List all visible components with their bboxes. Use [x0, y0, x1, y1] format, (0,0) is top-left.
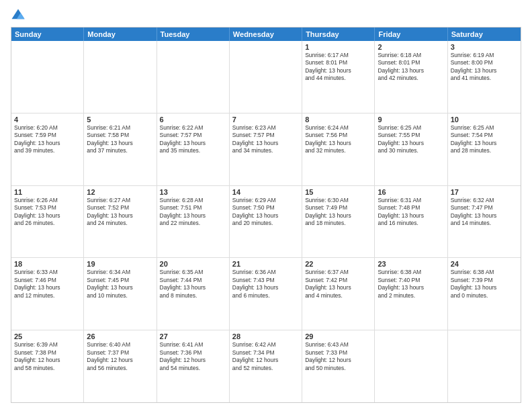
calendar-cell: 20Sunrise: 6:35 AM Sunset: 7:44 PM Dayli…	[157, 258, 230, 330]
calendar-cell: 15Sunrise: 6:30 AM Sunset: 7:49 PM Dayli…	[302, 186, 375, 258]
day-number: 9	[378, 116, 444, 124]
cell-info: Sunrise: 6:29 AM Sunset: 7:50 PM Dayligh…	[232, 197, 299, 228]
cell-info: Sunrise: 6:37 AM Sunset: 7:42 PM Dayligh…	[305, 269, 371, 300]
day-number: 16	[378, 188, 444, 196]
calendar-cell: 17Sunrise: 6:32 AM Sunset: 7:47 PM Dayli…	[448, 186, 521, 258]
header-cell-saturday: Saturday	[448, 28, 521, 41]
calendar-cell: 18Sunrise: 6:33 AM Sunset: 7:46 PM Dayli…	[11, 258, 84, 330]
cell-info: Sunrise: 6:28 AM Sunset: 7:51 PM Dayligh…	[160, 197, 226, 228]
cell-info: Sunrise: 6:27 AM Sunset: 7:52 PM Dayligh…	[87, 197, 153, 228]
header-cell-monday: Monday	[84, 28, 157, 41]
calendar-cell: 5Sunrise: 6:21 AM Sunset: 7:58 PM Daylig…	[84, 113, 157, 185]
calendar-cell	[448, 330, 521, 402]
day-number: 19	[87, 260, 153, 268]
day-number: 3	[451, 43, 518, 51]
day-number: 2	[378, 43, 444, 51]
calendar-cell: 1Sunrise: 6:17 AM Sunset: 8:01 PM Daylig…	[302, 41, 375, 113]
calendar-cell: 16Sunrise: 6:31 AM Sunset: 7:48 PM Dayli…	[375, 186, 447, 258]
header-cell-sunday: Sunday	[11, 28, 84, 41]
cell-info: Sunrise: 6:31 AM Sunset: 7:48 PM Dayligh…	[378, 197, 444, 228]
calendar-cell	[84, 41, 157, 113]
calendar-cell	[230, 41, 302, 113]
day-number: 15	[305, 188, 371, 196]
cell-info: Sunrise: 6:38 AM Sunset: 7:39 PM Dayligh…	[451, 269, 518, 300]
calendar-cell: 13Sunrise: 6:28 AM Sunset: 7:51 PM Dayli…	[157, 186, 230, 258]
day-number: 4	[14, 116, 81, 124]
calendar-cell: 8Sunrise: 6:24 AM Sunset: 7:56 PM Daylig…	[302, 113, 375, 185]
cell-info: Sunrise: 6:33 AM Sunset: 7:46 PM Dayligh…	[14, 269, 81, 300]
calendar-cell	[11, 41, 84, 113]
calendar-row-4: 18Sunrise: 6:33 AM Sunset: 7:46 PM Dayli…	[11, 258, 521, 330]
calendar-row-3: 11Sunrise: 6:26 AM Sunset: 7:53 PM Dayli…	[11, 186, 521, 259]
cell-info: Sunrise: 6:21 AM Sunset: 7:58 PM Dayligh…	[87, 124, 153, 155]
calendar-row-2: 4Sunrise: 6:20 AM Sunset: 7:59 PM Daylig…	[11, 113, 521, 186]
day-number: 20	[160, 260, 226, 268]
cell-info: Sunrise: 6:30 AM Sunset: 7:49 PM Dayligh…	[305, 197, 371, 228]
cell-info: Sunrise: 6:34 AM Sunset: 7:45 PM Dayligh…	[87, 269, 153, 300]
logo-icon	[11, 8, 26, 23]
cell-info: Sunrise: 6:25 AM Sunset: 7:54 PM Dayligh…	[451, 124, 518, 155]
cell-info: Sunrise: 6:38 AM Sunset: 7:40 PM Dayligh…	[378, 269, 444, 300]
page: SundayMondayTuesdayWednesdayThursdayFrid…	[0, 0, 532, 411]
header	[11, 8, 521, 23]
calendar-cell: 9Sunrise: 6:25 AM Sunset: 7:55 PM Daylig…	[375, 113, 447, 185]
calendar-cell: 11Sunrise: 6:26 AM Sunset: 7:53 PM Dayli…	[11, 186, 84, 258]
calendar-cell: 4Sunrise: 6:20 AM Sunset: 7:59 PM Daylig…	[11, 113, 84, 185]
cell-info: Sunrise: 6:32 AM Sunset: 7:47 PM Dayligh…	[451, 197, 518, 228]
cell-info: Sunrise: 6:24 AM Sunset: 7:56 PM Dayligh…	[305, 124, 371, 155]
cell-info: Sunrise: 6:25 AM Sunset: 7:55 PM Dayligh…	[378, 124, 444, 155]
day-number: 6	[160, 116, 226, 124]
header-cell-wednesday: Wednesday	[230, 28, 302, 41]
calendar-row-1: 1Sunrise: 6:17 AM Sunset: 8:01 PM Daylig…	[11, 41, 521, 113]
calendar: SundayMondayTuesdayWednesdayThursdayFrid…	[11, 27, 521, 403]
calendar-cell: 14Sunrise: 6:29 AM Sunset: 7:50 PM Dayli…	[230, 186, 302, 258]
calendar-cell: 22Sunrise: 6:37 AM Sunset: 7:42 PM Dayli…	[302, 258, 375, 330]
day-number: 25	[14, 332, 81, 340]
cell-info: Sunrise: 6:18 AM Sunset: 8:01 PM Dayligh…	[378, 52, 444, 83]
day-number: 29	[305, 332, 371, 340]
calendar-cell: 28Sunrise: 6:42 AM Sunset: 7:34 PM Dayli…	[230, 330, 302, 402]
calendar-cell: 19Sunrise: 6:34 AM Sunset: 7:45 PM Dayli…	[84, 258, 157, 330]
cell-info: Sunrise: 6:40 AM Sunset: 7:37 PM Dayligh…	[87, 341, 153, 372]
calendar-body: 1Sunrise: 6:17 AM Sunset: 8:01 PM Daylig…	[11, 41, 521, 402]
calendar-cell: 21Sunrise: 6:36 AM Sunset: 7:43 PM Dayli…	[230, 258, 302, 330]
cell-info: Sunrise: 6:22 AM Sunset: 7:57 PM Dayligh…	[160, 124, 226, 155]
day-number: 18	[14, 260, 81, 268]
calendar-cell: 3Sunrise: 6:19 AM Sunset: 8:00 PM Daylig…	[448, 41, 521, 113]
day-number: 10	[451, 116, 518, 124]
calendar-cell: 26Sunrise: 6:40 AM Sunset: 7:37 PM Dayli…	[84, 330, 157, 402]
cell-info: Sunrise: 6:23 AM Sunset: 7:57 PM Dayligh…	[232, 124, 299, 155]
calendar-header: SundayMondayTuesdayWednesdayThursdayFrid…	[11, 28, 521, 41]
calendar-cell: 6Sunrise: 6:22 AM Sunset: 7:57 PM Daylig…	[157, 113, 230, 185]
logo	[11, 8, 28, 23]
day-number: 28	[232, 332, 299, 340]
day-number: 11	[14, 188, 81, 196]
calendar-cell: 27Sunrise: 6:41 AM Sunset: 7:36 PM Dayli…	[157, 330, 230, 402]
calendar-cell: 25Sunrise: 6:39 AM Sunset: 7:38 PM Dayli…	[11, 330, 84, 402]
header-cell-friday: Friday	[375, 28, 447, 41]
calendar-row-5: 25Sunrise: 6:39 AM Sunset: 7:38 PM Dayli…	[11, 330, 521, 402]
cell-info: Sunrise: 6:39 AM Sunset: 7:38 PM Dayligh…	[14, 341, 81, 372]
day-number: 1	[305, 43, 371, 51]
cell-info: Sunrise: 6:20 AM Sunset: 7:59 PM Dayligh…	[14, 124, 81, 155]
cell-info: Sunrise: 6:41 AM Sunset: 7:36 PM Dayligh…	[160, 341, 226, 372]
day-number: 8	[305, 116, 371, 124]
calendar-cell: 12Sunrise: 6:27 AM Sunset: 7:52 PM Dayli…	[84, 186, 157, 258]
cell-info: Sunrise: 6:26 AM Sunset: 7:53 PM Dayligh…	[14, 197, 81, 228]
calendar-cell	[157, 41, 230, 113]
day-number: 22	[305, 260, 371, 268]
calendar-cell: 2Sunrise: 6:18 AM Sunset: 8:01 PM Daylig…	[375, 41, 447, 113]
day-number: 27	[160, 332, 226, 340]
day-number: 13	[160, 188, 226, 196]
day-number: 23	[378, 260, 444, 268]
day-number: 5	[87, 116, 153, 124]
calendar-cell: 10Sunrise: 6:25 AM Sunset: 7:54 PM Dayli…	[448, 113, 521, 185]
calendar-cell: 7Sunrise: 6:23 AM Sunset: 7:57 PM Daylig…	[230, 113, 302, 185]
day-number: 14	[232, 188, 299, 196]
cell-info: Sunrise: 6:43 AM Sunset: 7:33 PM Dayligh…	[305, 341, 371, 372]
cell-info: Sunrise: 6:19 AM Sunset: 8:00 PM Dayligh…	[451, 52, 518, 83]
calendar-cell: 24Sunrise: 6:38 AM Sunset: 7:39 PM Dayli…	[448, 258, 521, 330]
cell-info: Sunrise: 6:35 AM Sunset: 7:44 PM Dayligh…	[160, 269, 226, 300]
day-number: 24	[451, 260, 518, 268]
day-number: 17	[451, 188, 518, 196]
